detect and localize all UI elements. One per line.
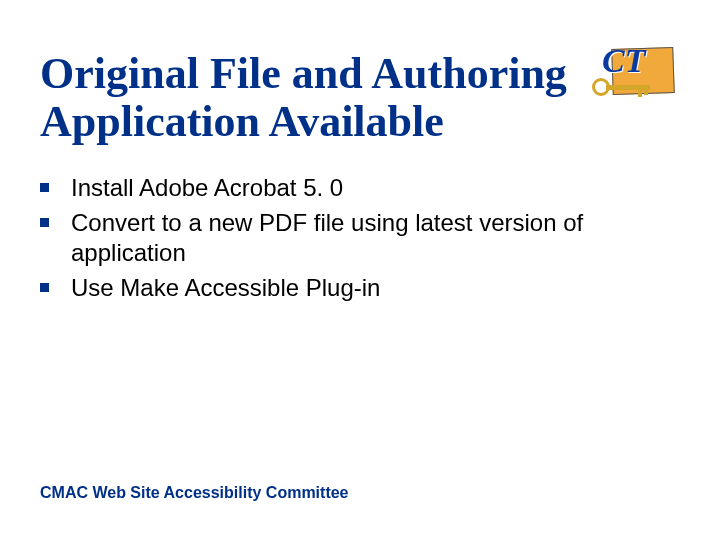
bullet-icon [40, 183, 49, 192]
ct-logo: CT [596, 42, 674, 104]
list-item: Convert to a new PDF file using latest v… [40, 208, 680, 269]
bullet-text: Convert to a new PDF file using latest v… [71, 208, 680, 269]
slide-title: Original File and Authoring Application … [40, 50, 580, 145]
bullet-icon [40, 218, 49, 227]
list-item: Install Adobe Acrobat 5. 0 [40, 173, 680, 204]
logo-text: CT [602, 42, 645, 80]
list-item: Use Make Accessible Plug-in [40, 273, 680, 304]
key-icon [592, 78, 656, 96]
footer-text: CMAC Web Site Accessibility Committee [40, 484, 349, 502]
bullet-text: Install Adobe Acrobat 5. 0 [71, 173, 680, 204]
slide: CT Original File and Authoring Applicati… [0, 0, 720, 540]
bullet-icon [40, 283, 49, 292]
bullet-list: Install Adobe Acrobat 5. 0 Convert to a … [40, 173, 680, 304]
bullet-text: Use Make Accessible Plug-in [71, 273, 680, 304]
